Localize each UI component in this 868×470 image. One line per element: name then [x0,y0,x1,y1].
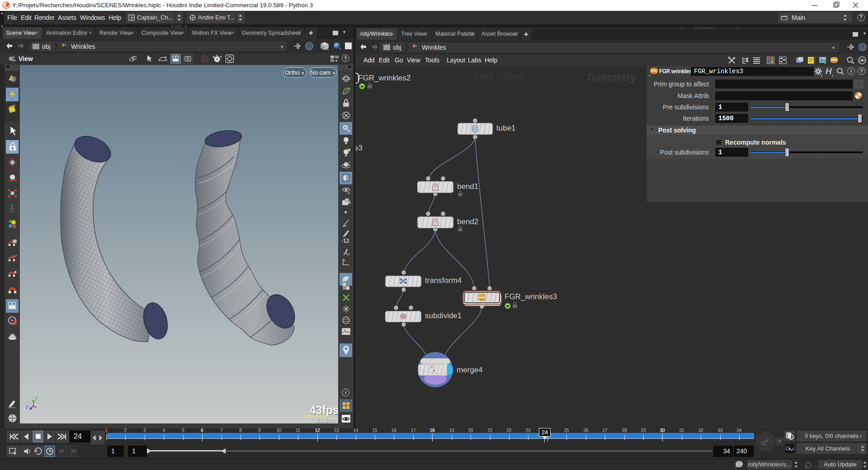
svg-text:y: y [35,395,38,400]
svg-text:z: z [25,404,28,409]
svg-text:42: 42 [346,252,350,256]
